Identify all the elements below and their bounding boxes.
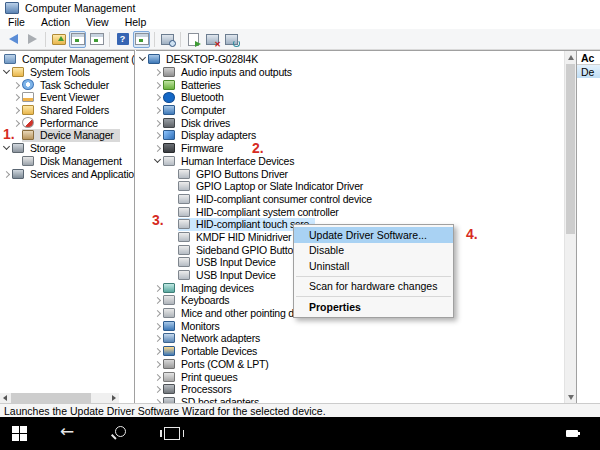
- disk-drive-icon: [163, 118, 175, 128]
- scan-hardware-button[interactable]: [223, 31, 240, 48]
- scroll-right-arrow[interactable]: [109, 393, 119, 403]
- chevron-right-icon[interactable]: [12, 105, 22, 115]
- uninstall-device-button[interactable]: [204, 31, 221, 48]
- battery-status-icon: [566, 430, 578, 437]
- chevron-right-icon[interactable]: [153, 80, 163, 90]
- scroll-up-arrow[interactable]: [565, 51, 577, 63]
- chevron-right-icon[interactable]: [153, 308, 163, 318]
- chevron-down-icon[interactable]: [2, 143, 12, 153]
- scrollbar-thumb[interactable]: [11, 393, 91, 403]
- chevron-right-icon[interactable]: [153, 105, 163, 115]
- menu-separator: [296, 296, 451, 297]
- menu-view[interactable]: View: [78, 16, 117, 28]
- chevron-right-icon[interactable]: [153, 372, 163, 382]
- menu-help[interactable]: Help: [117, 16, 155, 28]
- update-driver-button[interactable]: [185, 31, 202, 48]
- menu-item-properties[interactable]: Properties: [294, 299, 453, 315]
- tree-item-gpio-buttons-driver[interactable]: GPIO Buttons Driver: [136, 167, 576, 180]
- toolbar: ?: [0, 29, 600, 50]
- up-one-level-button[interactable]: [50, 31, 67, 48]
- chevron-right-icon[interactable]: [153, 143, 163, 153]
- show-console-tree-button[interactable]: [69, 31, 86, 48]
- tree-item-ports[interactable]: Ports (COM & LPT): [136, 358, 576, 371]
- performance-icon: [22, 117, 34, 128]
- windows-start-icon[interactable]: [12, 426, 27, 441]
- tree-item-shared-folders[interactable]: Shared Folders: [0, 104, 134, 117]
- taskbar-back-icon[interactable]: ←: [60, 421, 74, 441]
- tree-item-processors[interactable]: Processors: [136, 383, 576, 396]
- chevron-right-icon[interactable]: [153, 118, 163, 128]
- tree-item-desktop-root[interactable]: DESKTOP-G028I4K: [136, 53, 576, 66]
- tree-item-disk-drives[interactable]: Disk drives: [136, 116, 576, 129]
- tree-item-task-scheduler[interactable]: Task Scheduler: [0, 78, 134, 91]
- tree-item-system-tools[interactable]: System Tools: [0, 66, 134, 79]
- tree-item-disk-management[interactable]: Disk Management: [0, 155, 134, 168]
- tree-item-computer-management[interactable]: Computer Management (Local: [0, 53, 134, 66]
- tree-item-computer[interactable]: Computer: [136, 104, 576, 117]
- horizontal-scrollbar[interactable]: [0, 393, 119, 403]
- chevron-right-icon[interactable]: [2, 169, 12, 179]
- tree-item-bluetooth[interactable]: Bluetooth: [136, 91, 576, 104]
- forward-button[interactable]: [24, 31, 41, 48]
- chevron-down-icon[interactable]: [153, 156, 163, 166]
- menu-item-scan-hardware-changes[interactable]: Scan for hardware changes: [294, 279, 453, 295]
- chevron-down-icon[interactable]: [2, 67, 12, 77]
- search-computer-button[interactable]: [159, 31, 176, 48]
- scrollbar-thumb[interactable]: [566, 64, 575, 234]
- menu-file[interactable]: File: [0, 16, 33, 28]
- tree-item-hid-consumer-control[interactable]: HID-compliant consumer control device: [136, 193, 576, 206]
- export-list-button[interactable]: [88, 31, 105, 48]
- scroll-left-arrow[interactable]: [0, 393, 10, 403]
- tree-item-hid-system-controller[interactable]: HID-compliant system controller: [136, 205, 576, 218]
- chevron-right-icon[interactable]: [153, 359, 163, 369]
- menu-item-disable[interactable]: Disable: [294, 243, 453, 259]
- chevron-placeholder: [12, 156, 22, 166]
- tree-item-firmware[interactable]: Firmware: [136, 142, 576, 155]
- tree-item-storage[interactable]: Storage: [0, 142, 134, 155]
- tree-item-services-and-applications[interactable]: Services and Applications: [0, 167, 134, 180]
- storage-icon: [12, 143, 24, 153]
- chevron-right-icon[interactable]: [153, 321, 163, 331]
- chevron-right-icon[interactable]: [12, 80, 22, 90]
- tree-item-human-interface-devices[interactable]: Human Interface Devices: [136, 155, 576, 168]
- show-window-button[interactable]: [133, 31, 150, 48]
- actions-pane-device-manager[interactable]: De: [577, 65, 600, 78]
- network-adapter-icon: [163, 333, 175, 343]
- mouse-icon: [163, 308, 175, 318]
- tree-item-device-manager[interactable]: Device Manager: [0, 129, 134, 142]
- hid-category-icon: [163, 156, 175, 166]
- chevron-down-icon[interactable]: [138, 54, 148, 64]
- task-view-icon[interactable]: [164, 427, 180, 440]
- tree-item-portable-devices[interactable]: Portable Devices: [136, 345, 576, 358]
- vertical-scrollbar[interactable]: [564, 51, 576, 403]
- chevron-right-icon[interactable]: [153, 92, 163, 102]
- console-tree-icon: [71, 33, 85, 45]
- tree-item-batteries[interactable]: Batteries: [136, 78, 576, 91]
- scroll-down-arrow[interactable]: [565, 391, 577, 403]
- chevron-right-icon[interactable]: [153, 283, 163, 293]
- menu-item-update-driver-software[interactable]: Update Driver Software...: [294, 227, 453, 243]
- tree-item-print-queues[interactable]: Print queues: [136, 370, 576, 383]
- tree-item-performance[interactable]: Performance: [0, 116, 134, 129]
- chevron-right-icon[interactable]: [153, 67, 163, 77]
- tree-item-audio[interactable]: Audio inputs and outputs: [136, 66, 576, 79]
- chevron-right-icon[interactable]: [153, 384, 163, 394]
- toolbar-separator: [109, 32, 110, 47]
- tree-item-display-adapters[interactable]: Display adapters: [136, 129, 576, 142]
- tree-item-gpio-laptop-slate[interactable]: GPIO Laptop or Slate Indicator Driver: [136, 180, 576, 193]
- chevron-right-icon[interactable]: [153, 295, 163, 305]
- chevron-right-icon[interactable]: [153, 130, 163, 140]
- chevron-right-icon[interactable]: [153, 346, 163, 356]
- menu-action[interactable]: Action: [33, 16, 78, 28]
- tree-item-network-adapters[interactable]: Network adapters: [136, 332, 576, 345]
- chevron-right-icon[interactable]: [153, 333, 163, 343]
- search-icon[interactable]: [115, 426, 126, 437]
- tree-item-monitors[interactable]: Monitors: [136, 319, 576, 332]
- back-button[interactable]: [5, 31, 22, 48]
- help-button[interactable]: ?: [114, 31, 131, 48]
- actions-pane-header: Ac: [577, 51, 600, 65]
- menu-item-uninstall[interactable]: Uninstall: [294, 258, 453, 274]
- chevron-right-icon[interactable]: [12, 92, 22, 102]
- tree-item-event-viewer[interactable]: Event Viewer: [0, 91, 134, 104]
- tree-item-sd-host-adapters[interactable]: SD host adapters: [136, 396, 576, 403]
